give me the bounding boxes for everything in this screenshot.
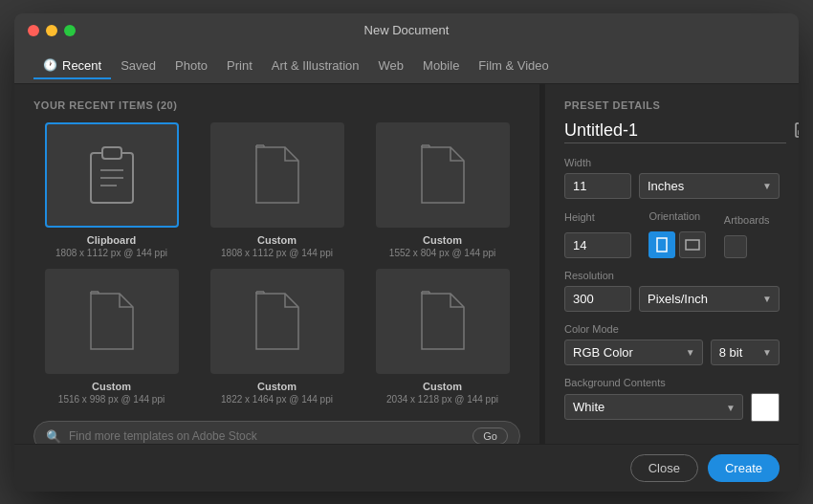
tab-saved-label: Saved <box>121 58 156 73</box>
tab-web[interactable]: Web <box>369 53 414 78</box>
list-item[interactable]: Custom 1808 x 1112 px @ 144 ppi <box>199 122 355 259</box>
search-icon: 🔍 <box>46 429 61 444</box>
tab-web-label: Web <box>379 58 405 73</box>
svg-rect-24 <box>686 240 699 250</box>
tab-art[interactable]: Art & Illustration <box>262 53 369 78</box>
bg-contents-select[interactable]: White Black Background Color Transparent <box>564 394 743 420</box>
item-sublabel-custom4: 1822 x 1464 px @ 144 ppi <box>221 393 333 405</box>
landscape-orientation-button[interactable] <box>679 231 706 258</box>
bit-depth-select[interactable]: 8 bit 16 bit 32 bit <box>711 340 780 365</box>
item-thumb-custom1[interactable] <box>210 122 344 228</box>
list-item[interactable]: Clipboard 1808 x 1112 px @ 144 ppi <box>33 122 189 259</box>
tab-film[interactable]: Film & Video <box>469 53 558 78</box>
height-orient-artboard-row: Height Orientation <box>564 210 780 258</box>
list-item[interactable]: Custom 1552 x 804 px @ 144 ppi <box>364 122 520 259</box>
width-field-row: Width Inches Pixels Centimeters Millimet… <box>564 157 780 199</box>
tab-print-label: Print <box>227 58 253 73</box>
item-label-custom4: Custom <box>257 380 297 393</box>
tab-saved[interactable]: Saved <box>111 53 165 78</box>
item-thumb-custom2[interactable] <box>376 122 510 228</box>
svg-rect-1 <box>102 147 121 159</box>
item-label-custom1: Custom <box>257 233 297 247</box>
portrait-orientation-button[interactable] <box>648 231 675 258</box>
tab-mobile[interactable]: Mobile <box>413 53 469 78</box>
item-thumb-custom4[interactable] <box>210 269 344 374</box>
resolution-input-group: Pixels/Inch Pixels/Centimeter ▼ <box>564 286 780 312</box>
close-window-button[interactable] <box>28 25 39 36</box>
svg-rect-23 <box>657 238 667 252</box>
color-mode-input-group: RGB Color CMYK Color Lab Color Grayscale… <box>564 340 780 365</box>
width-label: Width <box>564 157 780 168</box>
item-label-clipboard: Clipboard <box>87 233 136 247</box>
bit-depth-select-wrap: 8 bit 16 bit 32 bit ▼ <box>711 340 780 365</box>
item-label-custom2: Custom <box>423 233 462 247</box>
search-bar: 🔍 Go <box>33 421 520 443</box>
list-item[interactable]: Custom 1822 x 1464 px @ 144 ppi <box>199 269 355 405</box>
preset-name-row <box>564 121 780 143</box>
tabs-bar: 🕐 Recent Saved Photo Print Art & Illustr… <box>14 48 799 84</box>
resolution-unit-select[interactable]: Pixels/Inch Pixels/Centimeter <box>639 286 780 312</box>
color-mode-select[interactable]: RGB Color CMYK Color Lab Color Grayscale… <box>564 340 703 365</box>
list-item[interactable]: Custom 2034 x 1218 px @ 144 ppi <box>364 269 520 405</box>
dialog-title: New Document <box>364 23 450 37</box>
tab-recent-label: Recent <box>62 58 101 73</box>
bg-contents-field-row: Background Contents White Black Backgrou… <box>564 377 780 422</box>
orientation-buttons <box>648 231 715 258</box>
item-label-custom3: Custom <box>92 380 131 393</box>
height-label: Height <box>564 211 641 223</box>
search-input[interactable] <box>69 429 465 443</box>
item-sublabel-custom5: 2034 x 1218 px @ 144 ppi <box>386 393 498 405</box>
left-panel: YOUR RECENT ITEMS (20) Clipboard <box>14 84 540 444</box>
item-thumb-clipboard[interactable] <box>45 122 179 228</box>
search-go-button[interactable]: Go <box>472 427 508 443</box>
item-thumb-custom3[interactable] <box>45 269 179 374</box>
tab-recent[interactable]: 🕐 Recent <box>33 53 111 78</box>
create-button[interactable]: Create <box>708 454 780 482</box>
orientation-field-col: Orientation <box>648 210 715 258</box>
resolution-label: Resolution <box>564 270 780 281</box>
width-input-group: Inches Pixels Centimeters Millimeters Po… <box>564 173 780 199</box>
height-field-col: Height <box>564 211 641 258</box>
minimize-window-button[interactable] <box>46 25 57 36</box>
orientation-label: Orientation <box>648 210 715 222</box>
bg-contents-label: Background Contents <box>564 377 780 388</box>
bottom-bar: Close Create <box>14 444 799 492</box>
new-document-dialog: New Document 🕐 Recent Saved Photo Print … <box>14 13 799 492</box>
bg-color-preview[interactable] <box>751 393 780 422</box>
window-controls <box>28 25 76 36</box>
preset-name-input[interactable] <box>564 121 786 143</box>
item-sublabel-clipboard: 1808 x 1112 px @ 144 ppi <box>55 247 167 259</box>
width-unit-select[interactable]: Inches Pixels Centimeters Millimeters Po… <box>639 173 780 199</box>
height-input[interactable] <box>564 232 631 258</box>
item-sublabel-custom1: 1808 x 1112 px @ 144 ppi <box>221 247 333 259</box>
item-sublabel-custom3: 1516 x 998 px @ 144 ppi <box>58 393 165 405</box>
resolution-input[interactable] <box>564 286 631 312</box>
color-mode-field-row: Color Mode RGB Color CMYK Color Lab Colo… <box>564 323 780 365</box>
section-title: YOUR RECENT ITEMS (20) <box>33 99 520 111</box>
tab-film-label: Film & Video <box>478 58 548 73</box>
maximize-window-button[interactable] <box>64 25 76 36</box>
items-grid: Clipboard 1808 x 1112 px @ 144 ppi <box>33 122 520 406</box>
title-bar: New Document <box>14 13 799 48</box>
artboards-checkbox[interactable] <box>724 235 747 258</box>
item-thumb-custom5[interactable] <box>376 269 510 374</box>
color-mode-select-wrap: RGB Color CMYK Color Lab Color Grayscale… <box>564 340 703 365</box>
tab-photo-label: Photo <box>175 58 208 73</box>
width-input[interactable] <box>564 173 631 199</box>
tab-print[interactable]: Print <box>217 53 262 78</box>
tab-photo[interactable]: Photo <box>165 53 217 78</box>
item-label-custom5: Custom <box>423 380 462 393</box>
tab-art-label: Art & Illustration <box>272 58 360 73</box>
right-panel: PRESET DETAILS Width <box>545 84 799 444</box>
resolution-unit-select-wrap: Pixels/Inch Pixels/Centimeter ▼ <box>639 286 780 312</box>
list-item[interactable]: Custom 1516 x 998 px @ 144 ppi <box>33 269 189 405</box>
main-content: YOUR RECENT ITEMS (20) Clipboard <box>14 84 799 444</box>
bg-contents-input-group: White Black Background Color Transparent… <box>564 393 780 422</box>
color-mode-label: Color Mode <box>564 323 780 335</box>
preset-section-title: PRESET DETAILS <box>564 99 780 111</box>
save-preset-icon[interactable] <box>794 121 799 142</box>
item-sublabel-custom2: 1552 x 804 px @ 144 ppi <box>389 247 495 259</box>
resolution-field-row: Resolution Pixels/Inch Pixels/Centimeter… <box>564 270 780 312</box>
close-button[interactable]: Close <box>630 454 698 482</box>
recent-icon: 🕐 <box>43 58 57 72</box>
